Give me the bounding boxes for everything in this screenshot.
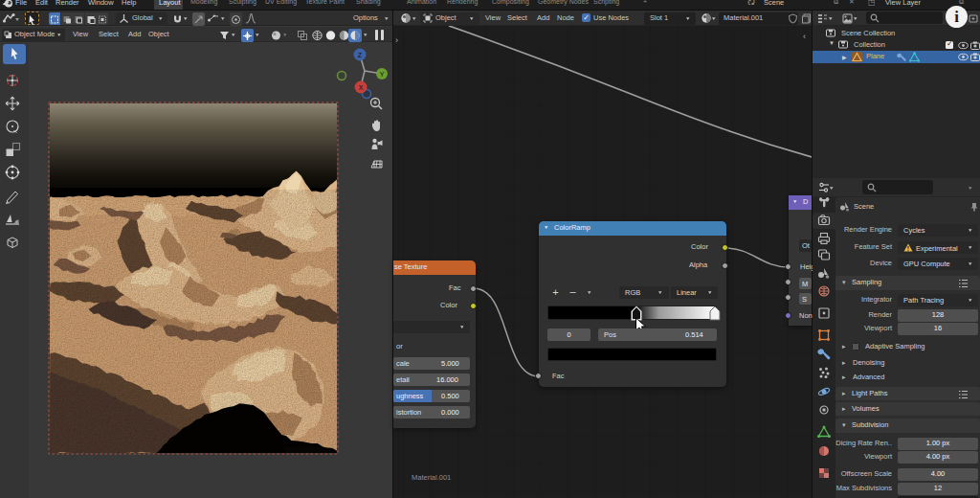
svg-text:Z: Z <box>358 52 363 58</box>
svg-text:X: X <box>359 84 364 91</box>
svg-text:Y: Y <box>380 71 385 78</box>
